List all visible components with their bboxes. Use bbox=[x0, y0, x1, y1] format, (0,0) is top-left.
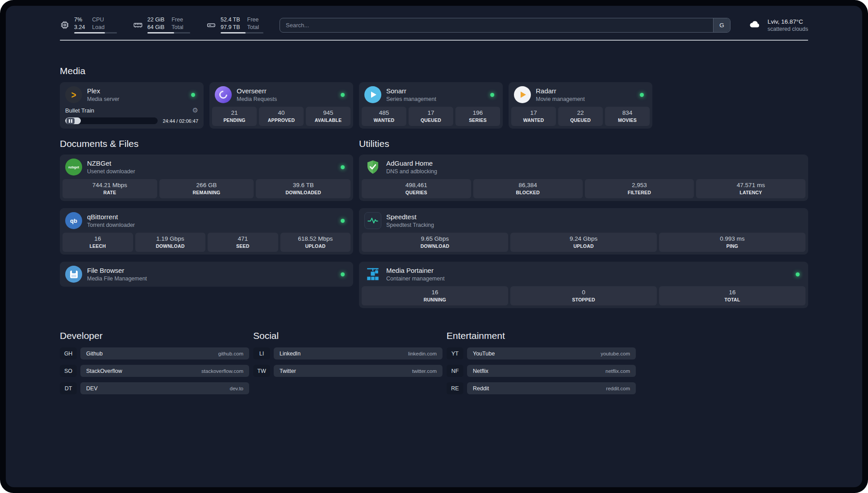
playback-progress-bar[interactable] bbox=[65, 117, 158, 124]
service-desc: Media File Management bbox=[87, 276, 147, 282]
status-dot bbox=[490, 93, 494, 97]
bookmark-abbr: TW bbox=[253, 365, 270, 377]
filebrowser-icon bbox=[65, 266, 82, 283]
stat-pending: 21 PENDING bbox=[212, 107, 257, 126]
service-card-filebrowser: File Browser Media File Management bbox=[60, 262, 353, 287]
section-title-documents: Documents & Files bbox=[60, 138, 353, 149]
service-link-plex[interactable]: > Plex Media server bbox=[63, 85, 201, 104]
memory-free: 22 GiB bbox=[147, 17, 164, 23]
cpu-load-label: Load bbox=[92, 24, 104, 30]
bookmark-twitter[interactable]: TW Twitter twitter.com bbox=[253, 365, 442, 377]
service-link-speedtest[interactable]: Speedtest Speedtest Tracking bbox=[362, 211, 805, 230]
qbittorrent-icon: qb bbox=[65, 212, 82, 229]
disk-total: 97.9 TB bbox=[221, 24, 240, 30]
stat-downloaded: 39.6 TB DOWNLOADED bbox=[256, 179, 351, 198]
cpu-percent-label: CPU bbox=[92, 17, 104, 23]
cpu-percent: 7% bbox=[74, 17, 85, 23]
section-title-developer: Developer bbox=[60, 330, 249, 341]
bookmark-url: youtube.com bbox=[601, 351, 630, 356]
service-link-filebrowser[interactable]: File Browser Media File Management bbox=[63, 264, 351, 284]
service-link-nzbget[interactable]: nzbget NZBGet Usenet downloader bbox=[63, 157, 351, 177]
stat-available: 945 AVAILABLE bbox=[306, 107, 351, 126]
memory-free-label: Free bbox=[171, 17, 183, 23]
bookmark-netflix[interactable]: NF Netflix netflix.com bbox=[447, 365, 636, 377]
stat-remaining: 266 GB REMAINING bbox=[159, 179, 254, 198]
search-bar: G bbox=[280, 18, 730, 33]
bookmark-dev[interactable]: DT DEV dev.to bbox=[60, 382, 249, 394]
service-desc: Series management bbox=[386, 96, 436, 102]
bookmark-name: Twitter bbox=[280, 368, 296, 374]
status-dot bbox=[191, 93, 195, 97]
bookmarks-section: Developer GH Github github.com SO StackO… bbox=[60, 330, 808, 394]
stat-ping: 0.993 ms PING bbox=[659, 233, 805, 252]
stat-approved: 40 APPROVED bbox=[259, 107, 304, 126]
service-link-overseerr[interactable]: Overseerr Media Requests bbox=[212, 85, 351, 104]
bookmark-url: reddit.com bbox=[606, 386, 630, 391]
search-input[interactable] bbox=[280, 18, 713, 32]
section-title-social: Social bbox=[253, 330, 442, 341]
resource-cpu: 7% 3.24 CPU Load bbox=[60, 17, 117, 33]
bookmark-name: Github bbox=[86, 351, 103, 357]
search-engine-button[interactable]: G bbox=[713, 18, 730, 32]
service-link-radarr[interactable]: Radarr Movie management bbox=[511, 85, 650, 104]
stat-series: 196 SERIES bbox=[455, 107, 500, 126]
bookmark-name: Reddit bbox=[473, 385, 489, 392]
service-card-portainer: Media Portainer Container management 16 … bbox=[359, 262, 808, 308]
adguard-icon bbox=[364, 159, 381, 175]
service-link-qbittorrent[interactable]: qb qBittorrent Torrent downloader bbox=[63, 211, 351, 230]
plex-icon: > bbox=[65, 86, 82, 103]
service-link-adguard[interactable]: AdGuard Home DNS and adblocking bbox=[362, 157, 805, 177]
service-link-portainer[interactable]: Media Portainer Container management bbox=[362, 264, 805, 284]
bookmark-stackoverflow[interactable]: SO StackOverflow stackoverflow.com bbox=[60, 365, 249, 377]
overseerr-icon bbox=[215, 86, 232, 103]
bookmark-reddit[interactable]: RE Reddit reddit.com bbox=[447, 382, 636, 394]
service-card-qbittorrent: qb qBittorrent Torrent downloader 16 LEE… bbox=[60, 208, 353, 255]
service-desc: Container management bbox=[386, 276, 445, 282]
weather-widget[interactable]: Lviv, 16.87°C scattered clouds bbox=[747, 18, 808, 32]
resource-disk: 52.4 TB 97.9 TB Free Total bbox=[206, 17, 263, 33]
bookmark-youtube[interactable]: YT YouTube youtube.com bbox=[447, 347, 636, 359]
stat-rate: 744.21 Mbps RATE bbox=[63, 179, 157, 198]
stat-blocked: 86,384 BLOCKED bbox=[473, 179, 583, 198]
sonarr-icon bbox=[364, 86, 381, 103]
stat-upload: 9.24 Gbps UPLOAD bbox=[510, 233, 657, 252]
stat-wanted: 485 WANTED bbox=[362, 107, 406, 126]
stat-upload: 618.52 Mbps UPLOAD bbox=[280, 233, 351, 252]
disk-total-label: Total bbox=[247, 24, 259, 30]
dashboard-panel: 7% 3.24 CPU Load bbox=[6, 6, 862, 487]
service-desc: Media server bbox=[87, 96, 119, 102]
bookmark-abbr: SO bbox=[60, 365, 77, 377]
bookmark-abbr: NF bbox=[447, 365, 463, 377]
bookmark-name: LinkedIn bbox=[280, 351, 300, 357]
bookmark-linkedin[interactable]: LI LinkedIn linkedin.com bbox=[253, 347, 442, 359]
service-desc: Torrent downloader bbox=[87, 222, 135, 228]
service-name: AdGuard Home bbox=[386, 159, 437, 167]
memory-icon bbox=[133, 20, 143, 30]
stat-download: 1.19 Gbps DOWNLOAD bbox=[135, 233, 206, 252]
stat-queued: 17 QUEUED bbox=[409, 107, 453, 126]
bookmark-github[interactable]: GH Github github.com bbox=[60, 347, 249, 359]
stat-leech: 16 LEECH bbox=[63, 233, 133, 252]
stat-total: 16 TOTAL bbox=[659, 286, 805, 305]
bookmark-url: dev.to bbox=[230, 386, 243, 391]
service-card-radarr: Radarr Movie management 17 WANTED 22 QUE… bbox=[509, 82, 652, 129]
gear-icon[interactable]: ⚙ bbox=[192, 106, 198, 114]
weather-location: Lviv, 16.87°C bbox=[768, 18, 808, 25]
status-dot bbox=[341, 93, 345, 97]
playback-time: 24:44 / 02:06:47 bbox=[163, 118, 198, 124]
topbar-divider bbox=[60, 40, 808, 41]
bookmark-name: DEV bbox=[86, 385, 98, 392]
pause-button[interactable] bbox=[67, 118, 75, 124]
nzbget-icon: nzbget bbox=[65, 159, 82, 175]
memory-total: 64 GiB bbox=[147, 24, 164, 30]
service-name: Media Portainer bbox=[386, 267, 445, 274]
bookmark-abbr: RE bbox=[447, 382, 463, 394]
service-name: NZBGet bbox=[87, 159, 135, 167]
bookmark-name: YouTube bbox=[473, 351, 495, 357]
app-window: 7% 3.24 CPU Load bbox=[0, 0, 868, 493]
service-card-sonarr: Sonarr Series management 485 WANTED 17 Q… bbox=[359, 82, 503, 129]
service-desc: Speedtest Tracking bbox=[386, 222, 434, 228]
disk-free-label: Free bbox=[247, 17, 259, 23]
service-link-sonarr[interactable]: Sonarr Series management bbox=[362, 85, 500, 104]
stat-filtered: 2,953 FILTERED bbox=[585, 179, 694, 198]
